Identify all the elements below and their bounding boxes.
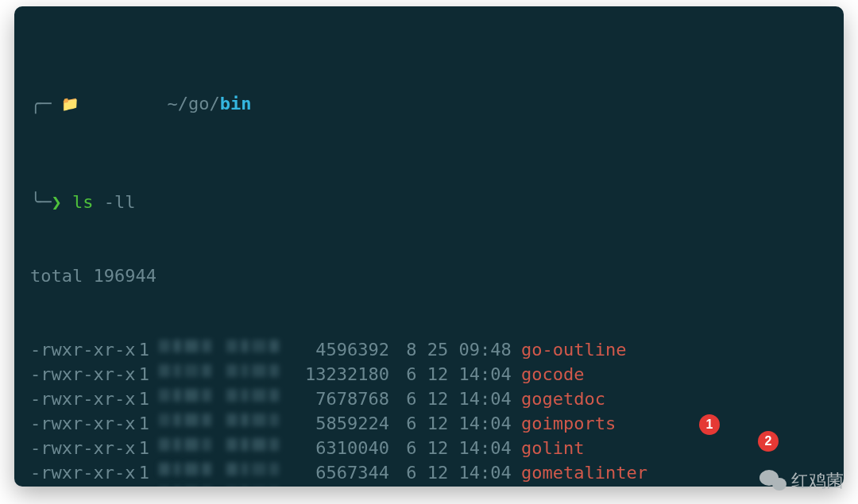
owner-redacted [157, 387, 225, 404]
annotation-badge: 1 [699, 414, 720, 435]
file-name: goimports [521, 411, 616, 436]
file-link-count: 1 [129, 387, 157, 411]
ls-total-line: total 196944 [30, 264, 828, 288]
group-redacted [225, 362, 290, 379]
file-name: gomodifytags [521, 485, 647, 487]
file-date: 6 12 14:04 [396, 362, 521, 387]
file-link-count: 1 [129, 485, 157, 487]
file-row: -rwxr-xr-x14688248 6 12 14:04 gomodifyta… [30, 485, 828, 487]
annotation-badge: 2 [758, 431, 779, 452]
file-permissions: -rwxr-xr-x [30, 485, 129, 487]
owner-redacted [157, 436, 225, 453]
file-date: 6 12 14:04 [396, 460, 521, 485]
command: ls [72, 192, 94, 212]
file-link-count: 1 [129, 460, 157, 485]
prompt-corner-bottom: ╰─ [30, 192, 52, 212]
file-listing: -rwxr-xr-x14596392 8 25 09:48 go-outline… [30, 337, 828, 487]
file-link-count: 1 [129, 436, 157, 460]
file-size: 4596392 [296, 337, 396, 362]
prompt-path-line: ╭─ 📁 ~/go/bin [30, 67, 828, 140]
group-redacted [225, 485, 290, 487]
file-permissions: -rwxr-xr-x [30, 362, 129, 387]
group-redacted [225, 460, 290, 478]
file-row: -rwxr-xr-x17678768 6 12 14:04 gogetdoc [30, 387, 828, 411]
wechat-icon [759, 470, 786, 492]
file-date: 6 12 14:04 [396, 436, 521, 460]
file-size: 6567344 [296, 460, 396, 485]
file-row: -rwxr-xr-x14596392 8 25 09:48 go-outline [30, 337, 828, 362]
folder-icon: 📁 [61, 91, 79, 116]
file-name: gogetdoc [521, 387, 605, 411]
command-args: -ll [104, 192, 136, 212]
file-permissions: -rwxr-xr-x [30, 436, 129, 460]
file-permissions: -rwxr-xr-x [30, 411, 129, 436]
file-name: gocode [521, 362, 584, 387]
file-name: gometalinter [521, 460, 647, 485]
file-date: 6 12 14:04 [396, 411, 521, 436]
file-size: 4688248 [296, 485, 396, 487]
prompt-command-line: ╰─❯ ls -ll [30, 190, 828, 214]
file-size: 6310040 [296, 436, 396, 460]
file-link-count: 1 [129, 337, 157, 362]
owner-redacted [157, 362, 225, 379]
file-date: 8 25 09:48 [396, 337, 521, 362]
wechat-text: 红鸡菌 [791, 469, 844, 493]
owner-redacted [157, 485, 225, 487]
terminal-window[interactable]: ╭─ 📁 ~/go/bin ╰─❯ ls -ll total 196944 -r… [14, 6, 844, 487]
file-size: 7678768 [296, 387, 396, 411]
file-name: go-outline [521, 337, 626, 362]
owner-redacted [157, 411, 225, 429]
prompt-corner-top: ╭─ [30, 91, 52, 116]
group-redacted [225, 436, 290, 453]
file-row: -rwxr-xr-x16310040 6 12 14:04 golint [30, 436, 828, 460]
group-redacted [225, 387, 290, 404]
file-permissions: -rwxr-xr-x [30, 460, 129, 485]
file-permissions: -rwxr-xr-x [30, 337, 129, 362]
file-date: 6 12 14:04 [396, 485, 521, 487]
file-size: 5859224 [296, 411, 396, 436]
file-date: 6 12 14:04 [396, 387, 521, 411]
path-leaf: bin [220, 94, 252, 113]
owner-redacted [157, 460, 225, 478]
file-link-count: 1 [129, 411, 157, 436]
wechat-watermark: 红鸡菌 [759, 469, 844, 493]
file-row: -rwxr-xr-x16567344 6 12 14:04 gometalint… [30, 460, 828, 485]
file-link-count: 1 [129, 362, 157, 387]
file-size: 13232180 [296, 362, 396, 387]
file-name: golint [521, 436, 584, 460]
prompt-chevron-icon: ❯ [52, 192, 62, 212]
owner-redacted [157, 337, 225, 355]
file-row: -rwxr-xr-x113232180 6 12 14:04 gocode [30, 362, 828, 387]
group-redacted [225, 411, 290, 429]
group-redacted [225, 337, 290, 355]
path-prefix: ~/go/ [167, 94, 219, 113]
file-permissions: -rwxr-xr-x [30, 387, 129, 411]
